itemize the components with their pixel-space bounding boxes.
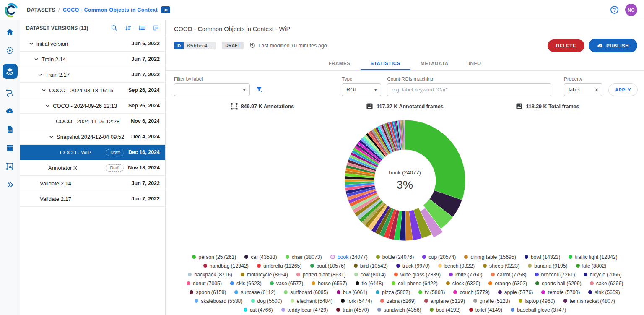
- legend-item-surfboard[interactable]: surfboard(6095): [284, 289, 328, 295]
- legend-item-carrot[interactable]: carrot(7758): [491, 272, 527, 278]
- legend-item-bus[interactable]: bus(6061): [337, 289, 367, 295]
- version-row-initial-version[interactable]: initial version Jun 6, 2022: [20, 36, 165, 52]
- home-icon[interactable]: [5, 27, 15, 37]
- legend-item-cell-phone[interactable]: cell phone(6422): [392, 281, 438, 286]
- legend-item-backpack[interactable]: backpack(8716): [188, 272, 232, 278]
- legend-item-cat[interactable]: cat(4766): [244, 307, 273, 313]
- legend-item-bench[interactable]: bench(9822): [438, 263, 475, 269]
- legend-item-toilet[interactable]: toilet(4149): [469, 307, 503, 313]
- legend-item-elephant[interactable]: elephant(5484): [291, 298, 333, 304]
- legend-item-potted-plant[interactable]: potted plant(8631): [296, 272, 346, 278]
- legend-item-kite[interactable]: kite(8802): [576, 263, 607, 269]
- chevron-down-icon[interactable]: [29, 41, 36, 47]
- legend-item-umbrella[interactable]: umbrella(11265): [257, 263, 302, 269]
- legend-item-laptop[interactable]: laptop(4960): [519, 298, 555, 304]
- legend-item-horse[interactable]: horse(6567): [312, 281, 347, 286]
- legend-item-skateboard[interactable]: skateboard(5538): [195, 298, 242, 304]
- tab-info[interactable]: INFO: [459, 56, 491, 70]
- legend-item-book[interactable]: book(24077): [330, 254, 368, 260]
- publish-button[interactable]: PUBLISH: [589, 39, 637, 52]
- legend-item-bowl[interactable]: bowl(14323): [525, 254, 561, 260]
- legend-item-apple[interactable]: apple(5776): [498, 289, 533, 295]
- chevron-down-icon[interactable]: [41, 88, 49, 93]
- legend-item-cup[interactable]: cup(20574): [422, 254, 456, 260]
- legend-item-couch[interactable]: couch(5779): [453, 289, 489, 295]
- app-logo-icon[interactable]: [3, 2, 19, 18]
- version-row-validate-2-14[interactable]: Validate 2.14 Jun 7, 2022: [20, 176, 165, 191]
- version-row-validate-2-17[interactable]: Validate 2.17 Jun 7, 2022: [20, 191, 165, 207]
- legend-item-tennis-racket[interactable]: tennis racket(4807): [564, 298, 615, 304]
- apply-button[interactable]: APPLY: [608, 83, 638, 96]
- version-row-coco-2024-03-18[interactable]: COCO - 2024-03-18 16:15 Sep 26, 2024: [20, 83, 165, 98]
- list-view-icon[interactable]: [138, 24, 145, 31]
- legend-item-sheep[interactable]: sheep(9223): [483, 263, 519, 269]
- legend-item-airplane[interactable]: airplane(5129): [424, 298, 465, 304]
- legend-item-sink[interactable]: sink(5609): [588, 289, 620, 295]
- legend-item-teddy-bear[interactable]: teddy bear(4729): [281, 307, 328, 313]
- legend-item-giraffe[interactable]: giraffe(5128): [473, 298, 510, 304]
- chevron-down-icon[interactable]: [49, 134, 57, 140]
- count-rois-input[interactable]: [387, 83, 551, 96]
- legend-item-banana[interactable]: banana(9195): [528, 263, 568, 269]
- legend-item-person[interactable]: person(257261): [192, 254, 236, 260]
- deployments-icon[interactable]: [5, 106, 15, 116]
- legend-item-dining-table[interactable]: dining table(15695): [464, 254, 516, 260]
- version-row-snapshot-2024-12-04[interactable]: Snapshot 2024-12-04 09:52 Dec 4, 2024: [20, 129, 165, 145]
- legend-item-bird[interactable]: bird(10542): [354, 263, 388, 269]
- chevron-down-icon[interactable]: [45, 103, 53, 109]
- reports-icon[interactable]: [5, 124, 15, 134]
- legend-item-donut[interactable]: donut(7005): [187, 281, 222, 286]
- delete-button[interactable]: DELETE: [548, 39, 584, 52]
- models-icon[interactable]: [5, 45, 15, 55]
- legend-item-wine-glass[interactable]: wine glass(7839): [394, 272, 441, 278]
- legend-item-bed[interactable]: bed(4192): [430, 307, 461, 313]
- legend-item-zebra[interactable]: zebra(5269): [380, 298, 415, 304]
- legend-item-dog[interactable]: dog(5500): [251, 298, 282, 304]
- legend-item-sports-ball[interactable]: sports ball(6299): [535, 281, 582, 286]
- version-row-coco-wip-selected[interactable]: COCO - WiP Draft Dec 16, 2024: [20, 145, 165, 160]
- help-icon[interactable]: ?: [610, 6, 618, 14]
- search-icon[interactable]: [111, 24, 118, 31]
- tab-statistics[interactable]: STATISTICS: [361, 56, 410, 70]
- legend-item-chair[interactable]: chair(38073): [286, 254, 322, 260]
- filter-by-label-select[interactable]: ▾: [174, 83, 250, 96]
- pie-slice-person[interactable]: [405, 120, 465, 200]
- expand-icon[interactable]: [5, 180, 15, 190]
- legend-item-spoon[interactable]: spoon(6159): [190, 289, 226, 295]
- legend-item-knife[interactable]: knife(7760): [449, 272, 483, 278]
- legend-item-tv[interactable]: tv(5803): [418, 289, 445, 295]
- legend-item-tie[interactable]: tie(6448): [356, 281, 384, 286]
- legend-item-traffic-light[interactable]: traffic light(12842): [569, 254, 617, 260]
- legend-item-vase[interactable]: vase(6577): [270, 281, 304, 286]
- legend-item-cake[interactable]: cake(6296): [590, 281, 623, 286]
- legend-item-truck[interactable]: truck(9970): [396, 263, 430, 269]
- version-row-annotator-x[interactable]: Annotator X Draft Nov 18, 2024: [20, 160, 165, 176]
- legend-item-boat[interactable]: boat(10576): [310, 263, 345, 269]
- dataset-id-chip[interactable]: ID 63dcbca4 ...: [174, 42, 216, 49]
- legend-item-sandwich[interactable]: sandwich(4356): [377, 307, 421, 313]
- legend-item-car[interactable]: car(43533): [244, 254, 277, 260]
- dataset-id-badge[interactable]: ID: [161, 6, 171, 13]
- property-input[interactable]: label ✕: [564, 83, 602, 96]
- tab-frames[interactable]: FRAMES: [318, 56, 360, 70]
- breadcrumb-datasets[interactable]: DATASETS: [27, 7, 55, 13]
- legend-item-bottle[interactable]: bottle(24076): [376, 254, 414, 260]
- clear-icon[interactable]: ✕: [594, 87, 599, 93]
- legend-item-broccoli[interactable]: broccoli(7261): [535, 272, 575, 278]
- filter-funnel-icon[interactable]: [255, 86, 263, 94]
- legend-item-handbag[interactable]: handbag(12342): [203, 263, 249, 269]
- legend-item-remote[interactable]: remote(5700): [541, 289, 580, 295]
- legend-item-suitcase[interactable]: suitcase(6112): [234, 289, 275, 295]
- version-row-train-2-14[interactable]: Train 2.14 Jun 7, 2022: [20, 52, 165, 67]
- chevron-down-icon[interactable]: [37, 72, 45, 78]
- tab-metadata[interactable]: METADATA: [410, 56, 459, 70]
- version-row-train-2-17[interactable]: Train 2.17 Jun 7, 2022: [20, 67, 165, 83]
- version-row-coco-2024-09-26[interactable]: COCO - 2024-09-26 12:13 Sep 26, 2024: [20, 98, 165, 114]
- legend-item-clock[interactable]: clock(6320): [446, 281, 480, 286]
- storage-icon[interactable]: [5, 143, 15, 153]
- version-row-coco-2024-11-06[interactable]: COCO - 2024-11-06 12:28 Nov 6, 2024: [20, 114, 165, 129]
- legend-item-pizza[interactable]: pizza(5807): [376, 289, 410, 295]
- legend-item-baseball-glove[interactable]: baseball glove(3747): [511, 307, 566, 313]
- legend-item-bicycle[interactable]: bicycle(7056): [584, 272, 622, 278]
- sort-icon[interactable]: [125, 24, 132, 31]
